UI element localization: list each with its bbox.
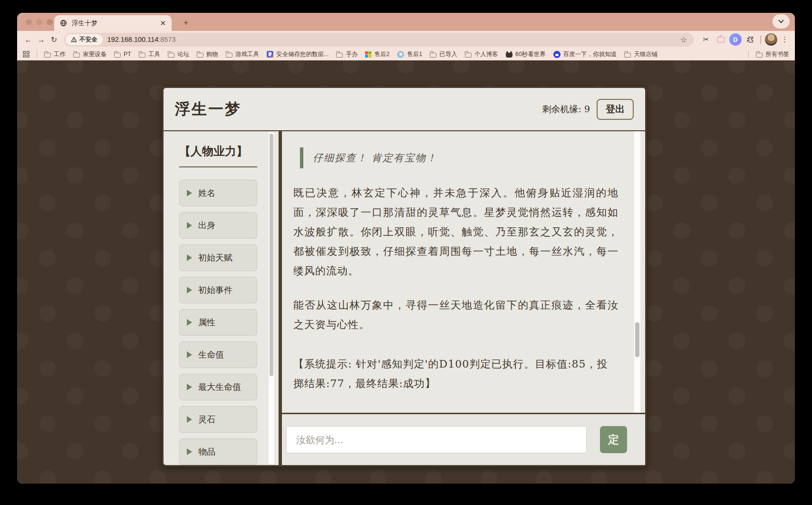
- submit-button[interactable]: 定: [600, 426, 627, 453]
- bookmark-item[interactable]: 游戏工具: [226, 50, 259, 58]
- command-input[interactable]: [286, 426, 587, 453]
- bookmark-item[interactable]: 工具: [139, 50, 160, 58]
- sidebar-item-label: 最大生命值: [198, 381, 241, 393]
- bookmark-item[interactable]: 论坛: [168, 50, 189, 58]
- sidebar-accordion-item[interactable]: 姓名: [179, 180, 257, 206]
- story-paragraphs: 既已决意，林玄定下心神，并未急于深入。他俯身贴近湿润的地面，深深吸了一口那清甜的…: [293, 183, 619, 334]
- cat-icon: [506, 53, 512, 58]
- page-title: 浮生一梦: [175, 99, 242, 120]
- triangle-right-icon: [187, 448, 192, 455]
- tab-search-button[interactable]: [773, 14, 790, 29]
- bookmark-item[interactable]: PT: [114, 51, 131, 58]
- address-bar[interactable]: 不安全 192.168.100.114:8573 ☆: [64, 33, 694, 47]
- story-scrollbar-thumb[interactable]: [635, 322, 639, 357]
- folder-icon: [168, 53, 174, 58]
- bookmarks-separator-right: [748, 51, 749, 58]
- security-label: 不安全: [79, 36, 97, 44]
- folder-icon: [73, 53, 80, 58]
- bookmark-label: 百度一下，你就知道: [563, 50, 617, 58]
- folder-icon: [465, 53, 472, 58]
- bookmark-label: 论坛: [177, 50, 189, 58]
- sidebar-accordion-item[interactable]: 最大生命值: [179, 374, 257, 400]
- triangle-right-icon: [187, 351, 192, 358]
- bookmarks-separator: [37, 51, 37, 58]
- tv-extension-icon[interactable]: [715, 33, 727, 46]
- bookmark-item[interactable]: 工作: [44, 50, 66, 58]
- bookmark-label: 工具: [148, 50, 160, 58]
- all-bookmarks-button[interactable]: 所有书签: [756, 50, 789, 58]
- globe-icon: [60, 19, 67, 27]
- sidebar-accordion-item[interactable]: 初始天赋: [179, 244, 257, 271]
- bookmark-star-icon[interactable]: ☆: [680, 35, 687, 44]
- bookmark-item[interactable]: 60秒看世界: [506, 50, 546, 58]
- triangle-right-icon: [187, 254, 192, 261]
- forward-button[interactable]: →: [35, 33, 48, 46]
- sidebar-item-label: 出身: [198, 220, 215, 231]
- folder-icon: [139, 53, 145, 58]
- bookmark-item[interactable]: 售后2: [365, 50, 389, 58]
- folder-icon: [197, 53, 203, 58]
- sidebar-item-label: 姓名: [198, 187, 215, 199]
- bookmark-item[interactable]: 家里设备: [73, 50, 106, 58]
- sidebar-item-label: 初始天赋: [198, 252, 232, 263]
- sidebar-heading-underline: [179, 166, 257, 167]
- tab-title: 浮生十梦: [72, 19, 160, 28]
- new-tab-button[interactable]: +: [180, 17, 192, 29]
- bookmark-item[interactable]: 售后1: [397, 50, 422, 58]
- clip-extension-icon[interactable]: ✂: [700, 33, 712, 46]
- bookmark-item[interactable]: 百度一下，你就知道: [553, 50, 617, 58]
- minimize-window-button[interactable]: [36, 19, 42, 25]
- story-scrollbar-track[interactable]: [634, 131, 640, 413]
- bookmark-item[interactable]: 手办: [336, 50, 358, 58]
- tv-icon: [717, 37, 725, 43]
- apps-grid-icon[interactable]: [23, 51, 29, 58]
- close-window-button[interactable]: [26, 19, 32, 25]
- browser-toolbar: ← → ↻ 不安全 192.168.100.114:8573 ☆ ✂ D ⋮: [17, 31, 795, 48]
- url-port: :8573: [158, 36, 175, 43]
- sidebar-accordion-item[interactable]: 初始事件: [179, 277, 257, 303]
- sidebar-accordion-item[interactable]: 生命值: [179, 341, 257, 368]
- bookmark-item[interactable]: 已导入: [430, 50, 457, 58]
- bookmark-item[interactable]: 安全储存您的数据...: [267, 50, 329, 58]
- triangle-right-icon: [187, 222, 192, 229]
- sidebar-scrollbar-thumb[interactable]: [270, 134, 273, 376]
- story-log: 仔细探查！ 肯定有宝物！ 既已决意，林玄定下心神，并未急于深入。他俯身贴近湿润的…: [282, 131, 645, 413]
- browser-tab[interactable]: 浮生十梦 ✕: [54, 15, 172, 31]
- bookmark-label: 个人博客: [474, 50, 498, 58]
- bookmark-label: 已导入: [439, 50, 457, 58]
- bookmark-label: 售后1: [407, 50, 422, 58]
- fate-label: 剩余机缘:: [542, 104, 581, 114]
- chrome-menu-icon[interactable]: ⋮: [781, 35, 788, 44]
- player-quote: 仔细探查！ 肯定有宝物！: [300, 147, 619, 168]
- extensions-puzzle-icon[interactable]: [744, 33, 756, 46]
- profile-avatar[interactable]: [765, 33, 777, 46]
- bookmark-item[interactable]: 个人博客: [465, 50, 498, 58]
- triangle-right-icon: [187, 319, 192, 326]
- folder-icon: [226, 53, 232, 58]
- sidebar-scrollbar-track[interactable]: [269, 132, 274, 464]
- baidu-icon: [553, 51, 561, 58]
- bookmark-label: 手办: [346, 50, 358, 58]
- sidebar-accordion-item[interactable]: 灵石: [179, 406, 257, 433]
- back-button[interactable]: ←: [22, 33, 35, 46]
- bookmark-item[interactable]: 购物: [197, 50, 218, 58]
- zoom-window-button[interactable]: [47, 19, 53, 25]
- story-paragraph: 能否从这山林万象中，寻得一丝天地造化留下的真正痕迹，全看汝之天资与心性。: [293, 295, 619, 334]
- sidebar-accordion-item[interactable]: 物品: [179, 438, 257, 465]
- command-bar: 定: [282, 413, 645, 465]
- bookmark-item[interactable]: 天猫店铺: [624, 50, 657, 58]
- d-extension-icon[interactable]: D: [729, 33, 742, 46]
- tab-close-icon[interactable]: ✕: [160, 19, 166, 27]
- fate-value: 9: [584, 104, 590, 114]
- triangle-right-icon: [187, 287, 192, 293]
- security-badge[interactable]: 不安全: [66, 34, 103, 45]
- sidebar-item-label: 初始事件: [198, 284, 232, 296]
- sidebar-accordion-item[interactable]: 属性: [179, 309, 257, 336]
- logout-button[interactable]: 登出: [597, 99, 634, 120]
- folder-icon: [336, 53, 343, 58]
- bookmark-label: 60秒看世界: [515, 50, 546, 58]
- folder-icon: [624, 53, 631, 58]
- reload-button[interactable]: ↻: [48, 33, 60, 46]
- game-header: 浮生一梦 剩余机缘: 9 登出: [164, 88, 645, 131]
- sidebar-accordion-item[interactable]: 出身: [179, 212, 257, 239]
